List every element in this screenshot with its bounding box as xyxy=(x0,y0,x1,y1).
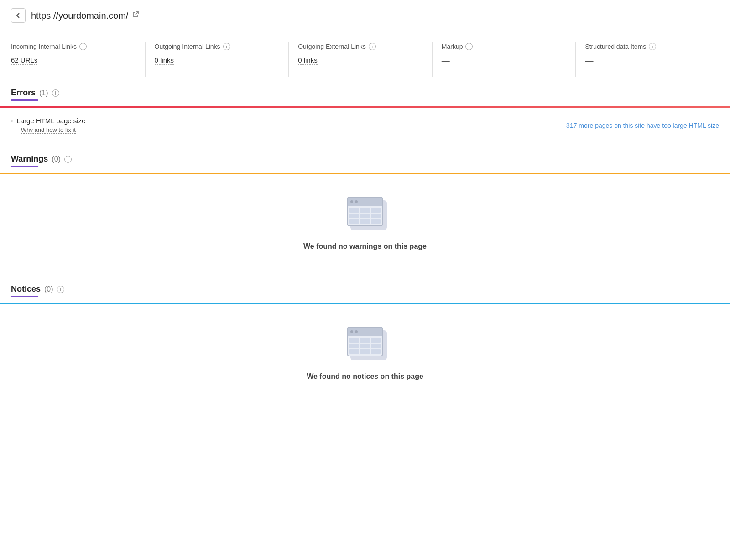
notices-count: (0) xyxy=(44,285,53,293)
error-title-row: › Large HTML page size xyxy=(11,117,86,125)
back-button[interactable] xyxy=(11,8,26,23)
warnings-count: (0) xyxy=(52,155,61,163)
warnings-title: Warnings xyxy=(11,154,48,164)
warnings-empty-icon xyxy=(342,192,388,233)
errors-section: Errors (1) i › Large HTML page size Why … xyxy=(0,77,730,143)
warnings-header: Warnings (0) i xyxy=(11,154,719,164)
error-title: Large HTML page size xyxy=(16,117,85,125)
errors-info-icon[interactable]: i xyxy=(52,89,59,97)
error-chevron-icon[interactable]: › xyxy=(11,117,13,124)
outgoing-external-links-value: 0 links xyxy=(298,56,318,65)
outgoing-external-links-info-icon[interactable]: i xyxy=(369,43,376,50)
structured-data-label: Structured data Items xyxy=(585,42,646,51)
warnings-empty-text: We found no warnings on this page xyxy=(303,242,427,251)
notices-header: Notices (0) i xyxy=(11,284,719,294)
errors-count: (1) xyxy=(39,89,48,97)
notices-empty-text: We found no notices on this page xyxy=(307,372,423,381)
fix-link[interactable]: Why and how to fix it xyxy=(21,126,76,134)
structured-data-info-icon[interactable]: i xyxy=(649,43,656,50)
warnings-info-icon[interactable]: i xyxy=(64,156,72,163)
stats-row: Incoming Internal Links i 62 URLs Outgoi… xyxy=(0,31,730,77)
page-header: https://yourdomain.com/ xyxy=(0,0,730,31)
notices-empty-state: We found no notices on this page xyxy=(0,304,730,403)
warnings-underline xyxy=(11,166,38,167)
stat-outgoing-external-links: Outgoing External Links i 0 links xyxy=(298,42,433,77)
notices-empty-icon xyxy=(342,322,388,363)
structured-data-value: — xyxy=(585,56,593,65)
error-site-info[interactable]: 317 more pages on this site have too lar… xyxy=(566,122,719,129)
errors-title: Errors xyxy=(11,88,36,98)
stat-structured-data: Structured data Items i — xyxy=(585,42,719,77)
error-left: › Large HTML page size Why and how to fi… xyxy=(11,117,86,134)
notices-section: Notices (0) i xyxy=(0,273,730,403)
markup-label: Markup xyxy=(442,42,463,51)
incoming-internal-links-info-icon[interactable]: i xyxy=(79,43,87,50)
incoming-internal-links-label: Incoming Internal Links xyxy=(11,42,77,51)
url-bar: https://yourdomain.com/ xyxy=(31,10,139,21)
errors-header: Errors (1) i xyxy=(11,88,719,98)
external-link-icon[interactable] xyxy=(132,11,139,20)
markup-value: — xyxy=(442,56,450,65)
warnings-section: Warnings (0) i xyxy=(0,143,730,273)
notices-underline xyxy=(11,296,38,297)
stat-outgoing-internal-links: Outgoing Internal Links i 0 links xyxy=(155,42,289,77)
stat-incoming-internal-links: Incoming Internal Links i 62 URLs xyxy=(11,42,146,77)
outgoing-internal-links-value: 0 links xyxy=(155,56,174,65)
notices-info-icon[interactable]: i xyxy=(57,286,64,293)
outgoing-external-links-label: Outgoing External Links xyxy=(298,42,366,51)
error-item-large-html: › Large HTML page size Why and how to fi… xyxy=(0,108,730,143)
stat-markup: Markup i — xyxy=(442,42,576,77)
incoming-internal-links-value: 62 URLs xyxy=(11,56,37,65)
warnings-empty-state: We found no warnings on this page xyxy=(0,174,730,273)
markup-info-icon[interactable]: i xyxy=(465,43,473,50)
errors-underline xyxy=(11,99,38,101)
notices-title: Notices xyxy=(11,284,41,294)
url-text: https://yourdomain.com/ xyxy=(31,10,128,21)
outgoing-internal-links-info-icon[interactable]: i xyxy=(223,43,230,50)
outgoing-internal-links-label: Outgoing Internal Links xyxy=(155,42,220,51)
